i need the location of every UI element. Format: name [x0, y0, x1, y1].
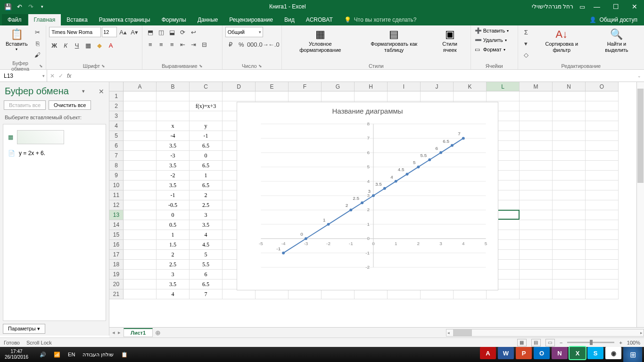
enter-formula-icon[interactable]: ✓ [58, 73, 63, 79]
cancel-formula-icon[interactable]: ✕ [50, 73, 55, 79]
orientation-icon[interactable]: ⟳ [178, 27, 188, 37]
taskbar-window-label[interactable]: שולחן העבודה [80, 350, 116, 359]
powerpoint-icon[interactable]: P [516, 347, 532, 359]
cell[interactable] [586, 210, 619, 220]
cell[interactable] [586, 141, 619, 151]
chrome-icon[interactable]: ◉ [605, 347, 621, 359]
row-header[interactable]: 3 [109, 111, 124, 121]
format-cells-button[interactable]: ▭Формат▾ [474, 46, 506, 53]
cell[interactable]: 4 [157, 289, 190, 299]
name-box[interactable]: L13 [0, 70, 47, 82]
column-header[interactable]: A [124, 82, 157, 91]
tab-view[interactable]: Вид [279, 14, 300, 25]
cell[interactable] [421, 91, 454, 101]
tab-review[interactable]: Рецензирование [223, 14, 279, 25]
tray-lang[interactable]: EN [65, 350, 78, 359]
align-launcher-icon[interactable]: ⬊ [199, 64, 203, 68]
cell[interactable] [124, 91, 157, 101]
column-header[interactable]: H [355, 82, 388, 91]
cell[interactable] [157, 111, 190, 121]
cell[interactable]: 1.5 [157, 240, 190, 250]
column-header[interactable]: F [289, 82, 322, 91]
font-size-input[interactable] [102, 27, 117, 37]
row-header[interactable]: 12 [109, 200, 124, 210]
cell[interactable] [124, 240, 157, 250]
cell[interactable] [520, 141, 553, 151]
cell[interactable]: 4 [190, 230, 223, 240]
cell[interactable]: -1 [157, 190, 190, 200]
embedded-chart[interactable]: Название диаграммы -2-1012345678-5-4-3-2… [237, 102, 498, 290]
row-header[interactable]: 1 [109, 91, 124, 101]
row-header[interactable]: 7 [109, 151, 124, 161]
cell[interactable] [256, 289, 289, 299]
column-header[interactable]: M [520, 82, 553, 91]
row-header[interactable]: 15 [109, 230, 124, 240]
font-name-input[interactable] [49, 27, 101, 37]
find-select-button[interactable]: 🔍Найти и выделить [592, 27, 641, 54]
row-header[interactable]: 2 [109, 101, 124, 111]
cell[interactable] [157, 91, 190, 101]
tab-file[interactable]: Файл [2, 14, 27, 25]
font-launcher-icon[interactable]: ⬊ [101, 64, 105, 68]
row-header[interactable]: 21 [109, 289, 124, 299]
cell[interactable]: y [190, 121, 223, 131]
taskbar-clock[interactable]: 17:4726/10/2016 [0, 349, 33, 360]
cell[interactable] [586, 161, 619, 171]
expand-formula-bar-icon[interactable]: ⌄ [635, 74, 644, 78]
cell[interactable] [223, 91, 256, 101]
cell[interactable] [520, 91, 553, 101]
cell[interactable]: 0 [157, 210, 190, 220]
spreadsheet-grid[interactable]: ABCDEFGHIJKLMNO 123456789101112131415161… [109, 82, 644, 336]
cell[interactable] [124, 111, 157, 121]
tab-home[interactable]: Главная [28, 14, 61, 25]
cell[interactable] [157, 101, 190, 111]
tab-insert[interactable]: Вставка [61, 14, 93, 25]
cell[interactable] [124, 230, 157, 240]
cell[interactable] [124, 161, 157, 171]
cell[interactable] [520, 131, 553, 141]
cell[interactable] [487, 91, 520, 101]
cell[interactable] [586, 131, 619, 141]
cell[interactable] [586, 171, 619, 181]
cell[interactable] [553, 250, 586, 260]
cell[interactable] [487, 289, 520, 299]
align-center-icon[interactable]: ≡ [156, 39, 166, 49]
cell[interactable]: 2 [190, 190, 223, 200]
cell[interactable]: 3.5 [157, 141, 190, 151]
cell[interactable] [124, 270, 157, 280]
cell[interactable] [553, 181, 586, 190]
column-header[interactable]: N [553, 82, 586, 91]
cell[interactable] [553, 141, 586, 151]
cell[interactable]: 7 [190, 289, 223, 299]
share-button[interactable]: 👤Общий доступ [583, 14, 644, 25]
sheet-tab[interactable]: Лист1 [124, 328, 153, 337]
tray-network-icon[interactable]: 📶 [51, 350, 63, 359]
page-break-view-icon[interactable]: ▭ [545, 339, 555, 346]
cell[interactable] [553, 240, 586, 250]
excel-icon[interactable]: X [570, 347, 586, 359]
clear-all-button[interactable]: Очистить все [49, 100, 91, 110]
outlook-icon[interactable]: O [534, 347, 550, 359]
cut-icon[interactable]: ✂ [33, 27, 43, 37]
tray-volume-icon[interactable]: 🔊 [37, 350, 49, 359]
cell[interactable] [553, 260, 586, 270]
row-header[interactable]: 16 [109, 240, 124, 250]
select-all-corner[interactable] [109, 82, 124, 91]
cell[interactable] [124, 171, 157, 181]
sheet-nav-first-icon[interactable]: ◂ [112, 329, 115, 336]
onenote-icon[interactable]: N [552, 347, 568, 359]
cell[interactable] [520, 121, 553, 131]
wrap-text-icon[interactable]: ↩ [189, 27, 199, 37]
fx-icon[interactable]: fx [67, 73, 71, 79]
format-as-table-button[interactable]: ▤Форматировать как таблицу [358, 27, 430, 54]
decrease-indent-icon[interactable]: ⇤ [178, 39, 188, 49]
clipboard-pane-close-icon[interactable]: ✕ [99, 88, 104, 95]
clear-icon[interactable]: ◇ [521, 49, 531, 60]
cell[interactable] [520, 260, 553, 270]
comma-icon[interactable]: 000 [247, 39, 257, 49]
cell[interactable] [520, 240, 553, 250]
cell[interactable]: f(x)=x+3 [190, 101, 223, 111]
column-header[interactable]: C [190, 82, 223, 91]
row-header[interactable]: 10 [109, 181, 124, 190]
maximize-button[interactable]: ☐ [606, 0, 625, 13]
